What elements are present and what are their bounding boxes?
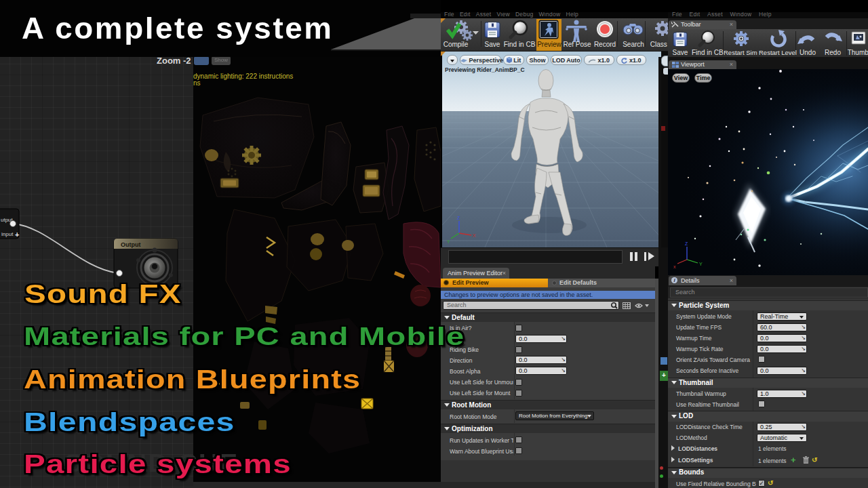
svg-text:Y: Y — [447, 239, 450, 244]
svg-text:+: + — [15, 230, 19, 239]
svg-text:input: input — [1, 231, 14, 237]
svg-text:Y: Y — [699, 262, 703, 266]
svg-text:x: x — [673, 264, 676, 269]
svg-text:Output: Output — [121, 241, 141, 248]
svg-text:Z: Z — [685, 241, 688, 246]
svg-text:X: X — [473, 233, 476, 238]
svg-text:Z: Z — [457, 216, 460, 220]
